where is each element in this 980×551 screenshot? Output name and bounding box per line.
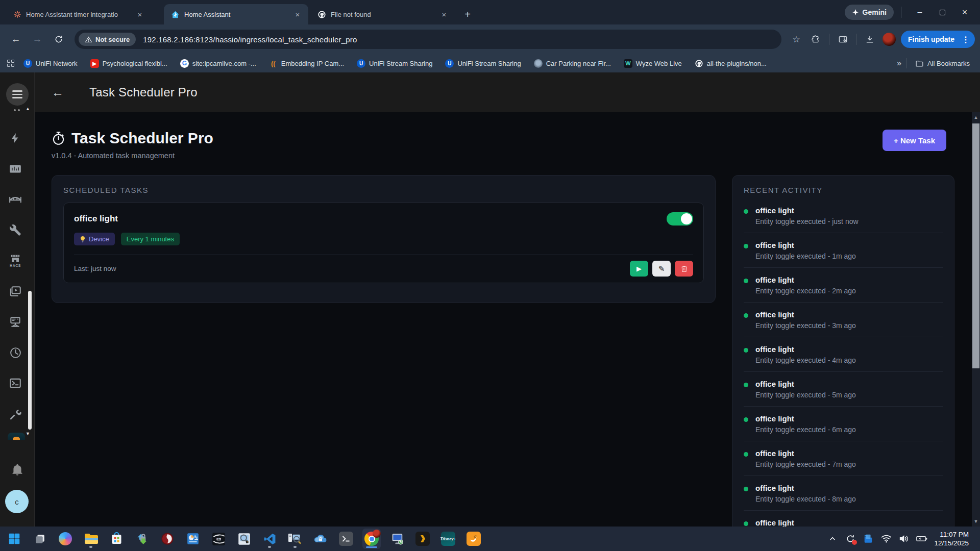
close-icon[interactable]: × (438, 9, 450, 20)
winscp-button[interactable] (133, 529, 151, 549)
bookmark-unifi-network[interactable]: U UniFi Network (20, 58, 81, 69)
sidebar-item-clock[interactable] (9, 346, 22, 359)
battery-icon[interactable] (916, 533, 927, 544)
update-pending-icon[interactable] (845, 533, 856, 544)
tab-file-not-found[interactable]: File not found × (310, 4, 455, 24)
new-task-button[interactable]: + New Task (883, 130, 946, 151)
security-chip[interactable]: Not secure (79, 33, 136, 46)
lightbulb-icon (80, 236, 86, 243)
sidebar-item-hacs[interactable]: HACS (9, 254, 22, 267)
bookmarks-overflow-chevron[interactable]: » (897, 59, 901, 68)
bookmark-ipcamlive[interactable]: G site:ipcamlive.com -... (177, 58, 259, 69)
close-icon[interactable]: × (292, 9, 303, 20)
chrome-button[interactable] (362, 529, 381, 549)
taskbar-clock[interactable]: 11:07 PM 12/15/2025 (934, 530, 969, 547)
user-avatar[interactable]: c (5, 490, 29, 513)
sidebar-item-network[interactable] (9, 315, 22, 329)
task-enabled-toggle[interactable] (667, 212, 693, 226)
activity-detail: Entity toggle executed - just now (755, 217, 859, 226)
remote-desktop-button[interactable] (388, 529, 406, 549)
minimize-button[interactable]: – (909, 2, 931, 22)
tab-home-assistant[interactable]: Home Assistant × (164, 4, 308, 24)
vm-search-button[interactable] (235, 529, 253, 549)
apps-grid-icon[interactable] (7, 60, 14, 67)
microsoft-store-button[interactable] (107, 529, 126, 549)
sidebar-item-media[interactable] (9, 285, 22, 298)
page-scrollbar[interactable]: ▲ ▼ (972, 112, 980, 527)
bookmark-star-icon[interactable]: ☆ (788, 31, 804, 47)
browser-tab-strip: Home Assistant timer integratio × Home A… (0, 0, 980, 24)
bookmark-all-the-plugins[interactable]: all-the-plugins/non... (692, 58, 770, 69)
start-button[interactable] (5, 529, 23, 549)
sidebar-scrollbar[interactable] (28, 291, 32, 430)
task-view-button[interactable] (31, 529, 49, 549)
scroll-up-icon[interactable]: ▲ (972, 113, 980, 121)
plex-button[interactable] (413, 529, 432, 549)
bookmark-unifi-stream-1[interactable]: U UniFi Stream Sharing (354, 58, 435, 69)
chrome-menu-icon[interactable]: ⋮ (960, 35, 972, 44)
address-bar[interactable]: Not secure 192.168.2.186:8123/hassio/ing… (75, 30, 781, 49)
bookmark-wyze[interactable]: W Wyze Web Live (621, 58, 685, 69)
activity-item: office light Entity toggle executed - 3m… (744, 303, 943, 337)
sidebar-scroll-up-icon[interactable]: ▲ (26, 106, 30, 111)
sidebar-item-energy[interactable] (9, 132, 22, 145)
all-bookmarks-button[interactable]: All Bookmarks (912, 58, 973, 69)
gemini-button[interactable]: Gemini (845, 5, 894, 20)
side-panel-search-icon[interactable] (835, 31, 851, 47)
pc-search-button[interactable] (286, 529, 304, 549)
cloud-lock-button[interactable] (311, 529, 330, 549)
close-icon[interactable]: × (134, 9, 145, 20)
sidebar-menu-button[interactable] (6, 83, 29, 106)
file-explorer-button[interactable] (82, 529, 100, 549)
scroll-down-icon[interactable]: ▼ (972, 517, 980, 525)
ha-header-title: Task Scheduler Pro (89, 85, 198, 99)
terminal-button[interactable] (337, 529, 355, 549)
downloads-icon[interactable] (862, 31, 878, 47)
scrollbar-thumb[interactable] (972, 123, 979, 368)
bookmark-label: all-the-plugins/non... (707, 60, 767, 67)
back-button[interactable]: ← (7, 31, 24, 48)
vscode-button[interactable] (260, 529, 279, 549)
winamp-button[interactable] (464, 529, 483, 549)
bookmark-car-parking[interactable]: Car Parking near Fir... (531, 58, 614, 69)
close-window-button[interactable]: × (953, 2, 976, 22)
tab-ha-timer[interactable]: Home Assistant timer integratio × (6, 4, 151, 24)
bookmark-label: Psychological flexibi... (103, 60, 167, 67)
computer-management-button[interactable] (184, 529, 202, 549)
extensions-icon[interactable] (807, 31, 824, 47)
sidebar-item-bridge[interactable] (9, 193, 22, 206)
delete-task-button[interactable] (675, 261, 693, 277)
forward-button[interactable]: → (29, 31, 46, 48)
reload-button[interactable] (50, 31, 67, 48)
restore-button[interactable] (931, 2, 953, 22)
bookmark-label: UniFi Network (36, 60, 78, 67)
bookmark-label: Car Parking near Fir... (546, 60, 611, 67)
volume-icon[interactable] (898, 533, 910, 544)
edit-task-button[interactable]: ✎ (652, 261, 671, 277)
sidebar-item-terminal[interactable] (9, 377, 22, 390)
bookmark-youtube[interactable]: ▶ Psychological flexibi... (87, 58, 170, 69)
divider (901, 7, 901, 18)
finish-update-button[interactable]: Finish update ⋮ (901, 31, 975, 48)
url-text[interactable]: 192.168.2.186:8123/hassio/ingress/local_… (143, 35, 357, 44)
kali-button[interactable]: KALI (209, 529, 228, 549)
copilot-button[interactable] (56, 529, 75, 549)
new-tab-button[interactable]: + (460, 7, 475, 22)
sidebar-scroll-down-icon[interactable]: ▼ (26, 431, 30, 436)
bookmark-embedding-ipcam[interactable]: (( Embedding IP Cam... (266, 58, 347, 69)
sidebar-item-build[interactable] (9, 407, 22, 420)
bookmark-label: site:ipcamlive.com -... (192, 60, 256, 67)
run-task-button[interactable]: ▶ (630, 261, 648, 277)
notifications-bell-icon[interactable] (11, 463, 24, 477)
profile-avatar[interactable] (883, 33, 896, 46)
divider (906, 58, 907, 68)
tray-chevron-up-icon[interactable] (827, 533, 838, 544)
back-arrow-button[interactable]: ← (46, 81, 69, 104)
bookmark-unifi-stream-2[interactable]: U UniFi Stream Sharing (442, 58, 524, 69)
wifi-icon[interactable] (880, 533, 892, 544)
wireshark-button[interactable] (158, 529, 177, 549)
disney-plus-button[interactable]: Ɗisney+ (439, 529, 457, 549)
sidebar-item-developer-tools[interactable] (9, 223, 22, 237)
onedrive-icon[interactable] (863, 533, 874, 544)
sidebar-item-history[interactable] (9, 162, 22, 176)
